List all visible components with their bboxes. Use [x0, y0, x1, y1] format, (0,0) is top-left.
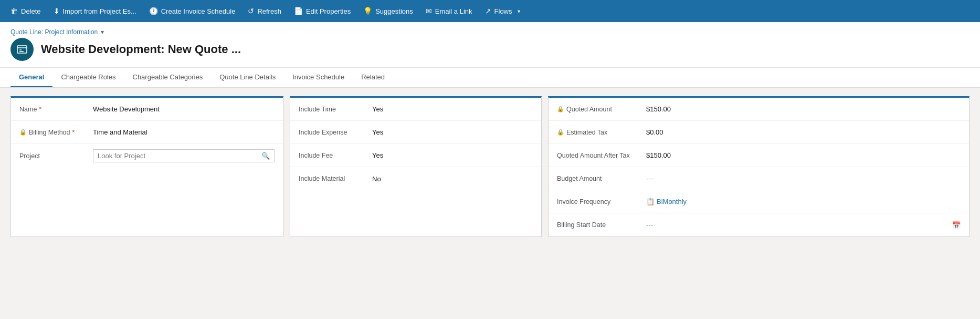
name-field-row: Name * Website Development	[11, 98, 283, 121]
mid-panel: Include Time Yes Include Expense Yes Inc…	[290, 96, 542, 237]
name-required-star: *	[39, 106, 41, 113]
main-content: Name * Website Development 🔒 Billing Met…	[0, 88, 980, 245]
edit-properties-label: Edit Properties	[306, 7, 351, 15]
tab-chargeable-roles[interactable]: Chargeable Roles	[52, 68, 124, 87]
billing-start-date-label: Billing Start Date	[557, 221, 646, 229]
quoted-after-tax-label: Quoted Amount After Tax	[557, 152, 646, 159]
include-expense-label: Include Expense	[299, 129, 372, 136]
budget-amount-label: Budget Amount	[557, 175, 646, 182]
billing-required-star: *	[72, 129, 75, 136]
project-label: Project	[19, 152, 93, 160]
delete-label: Delete	[21, 7, 41, 15]
breadcrumb: Quote Line: Project Information ▾	[10, 28, 970, 36]
estimated-tax-label: 🔒 Estimated Tax	[557, 129, 646, 136]
suggestions-icon: 💡	[363, 7, 372, 15]
name-label: Name *	[19, 106, 93, 113]
flows-label: Flows	[494, 7, 512, 15]
chevron-down-icon: ▾	[518, 8, 520, 14]
quoted-after-tax-row: Quoted Amount After Tax $150.00	[549, 144, 969, 167]
invoice-frequency-icon: 📋	[646, 198, 655, 205]
entity-header: Website Development: New Quote ...	[10, 38, 970, 67]
include-expense-value: Yes	[372, 128, 533, 136]
include-time-label: Include Time	[299, 106, 372, 113]
email-link-label: Email a Link	[435, 7, 472, 15]
include-material-value: No	[372, 175, 533, 183]
page-title: Website Development: New Quote ...	[41, 43, 241, 56]
edit-properties-button[interactable]: 📄 Edit Properties	[288, 0, 357, 22]
tabs-bar: General Chargeable Roles Chargeable Cate…	[0, 68, 980, 88]
tab-related[interactable]: Related	[353, 68, 393, 87]
refresh-button[interactable]: ↺ Refresh	[241, 0, 288, 22]
budget-amount-value: ---	[646, 174, 961, 182]
quoted-lock-icon: 🔒	[557, 106, 564, 112]
include-time-value: Yes	[372, 105, 533, 113]
include-expense-row: Include Expense Yes	[290, 121, 541, 144]
refresh-label: Refresh	[257, 7, 281, 15]
estimated-tax-value: $0.00	[646, 128, 961, 136]
search-icon: 🔍	[261, 152, 270, 160]
billing-start-date-value: ---	[646, 221, 952, 229]
billing-start-date-row: Billing Start Date --- 📅	[549, 213, 969, 236]
quoted-amount-value: $150.00	[646, 105, 961, 113]
breadcrumb-chevron-icon: ▾	[101, 28, 104, 36]
include-material-label: Include Material	[299, 175, 372, 182]
tab-invoice-schedule[interactable]: Invoice Schedule	[284, 68, 353, 87]
create-invoice-button[interactable]: 🕐 Create Invoice Schedule	[143, 0, 242, 22]
billing-lock-icon: 🔒	[19, 129, 27, 136]
import-icon: ⬇	[54, 7, 60, 15]
invoice-frequency-row: Invoice Frequency 📋 BiMonthly	[549, 190, 969, 213]
project-field-row: Project 🔍	[11, 144, 283, 168]
billing-method-label: 🔒 Billing Method *	[19, 129, 93, 136]
svg-rect-0	[17, 46, 27, 53]
header-area: Quote Line: Project Information ▾ Websit…	[0, 22, 980, 68]
quoted-amount-row: 🔒 Quoted Amount $150.00	[549, 98, 969, 121]
include-material-row: Include Material No	[290, 167, 541, 190]
create-invoice-label: Create Invoice Schedule	[161, 7, 236, 15]
billing-method-field-row: 🔒 Billing Method * Time and Material	[11, 121, 283, 144]
include-fee-label: Include Fee	[299, 152, 372, 159]
calendar-icon[interactable]: 📅	[952, 221, 961, 229]
invoice-frequency-value[interactable]: 📋 BiMonthly	[646, 198, 961, 205]
project-input[interactable]	[98, 152, 261, 160]
import-label: Import from Project Es...	[63, 7, 136, 15]
right-panel: 🔒 Quoted Amount $150.00 🔒 Estimated Tax …	[548, 96, 970, 237]
left-panel: Name * Website Development 🔒 Billing Met…	[10, 96, 283, 237]
billing-method-value: Time and Material	[93, 128, 275, 136]
tab-chargeable-categories[interactable]: Chargeable Categories	[124, 68, 212, 87]
toolbar: 🗑 Delete ⬇ Import from Project Es... 🕐 C…	[0, 0, 980, 22]
email-link-button[interactable]: ✉ Email a Link	[419, 0, 479, 22]
quoted-amount-label: 🔒 Quoted Amount	[557, 106, 646, 113]
flows-icon: ↗	[485, 7, 491, 15]
flows-button[interactable]: ↗ Flows ▾	[479, 0, 526, 22]
refresh-icon: ↺	[248, 7, 254, 15]
invoice-frequency-label: Invoice Frequency	[557, 198, 646, 205]
entity-icon	[10, 38, 34, 61]
include-time-row: Include Time Yes	[290, 98, 541, 121]
tab-general[interactable]: General	[10, 68, 52, 87]
estimated-tax-row: 🔒 Estimated Tax $0.00	[549, 121, 969, 144]
tab-quote-line-details[interactable]: Quote Line Details	[211, 68, 284, 87]
include-fee-value: Yes	[372, 151, 533, 159]
suggestions-label: Suggestions	[375, 7, 413, 15]
project-lookup[interactable]: 🔍	[93, 149, 275, 162]
breadcrumb-text: Quote Line: Project Information	[10, 28, 98, 36]
import-button[interactable]: ⬇ Import from Project Es...	[47, 0, 143, 22]
name-value: Website Development	[93, 105, 275, 113]
quoted-after-tax-value: $150.00	[646, 151, 961, 159]
include-fee-row: Include Fee Yes	[290, 144, 541, 167]
delete-icon: 🗑	[10, 7, 18, 15]
suggestions-button[interactable]: 💡 Suggestions	[357, 0, 419, 22]
create-invoice-icon: 🕐	[149, 7, 158, 15]
tax-lock-icon: 🔒	[557, 129, 564, 136]
budget-amount-row: Budget Amount ---	[549, 167, 969, 190]
delete-button[interactable]: 🗑 Delete	[4, 0, 47, 22]
email-icon: ✉	[426, 7, 432, 15]
edit-properties-icon: 📄	[294, 7, 303, 15]
